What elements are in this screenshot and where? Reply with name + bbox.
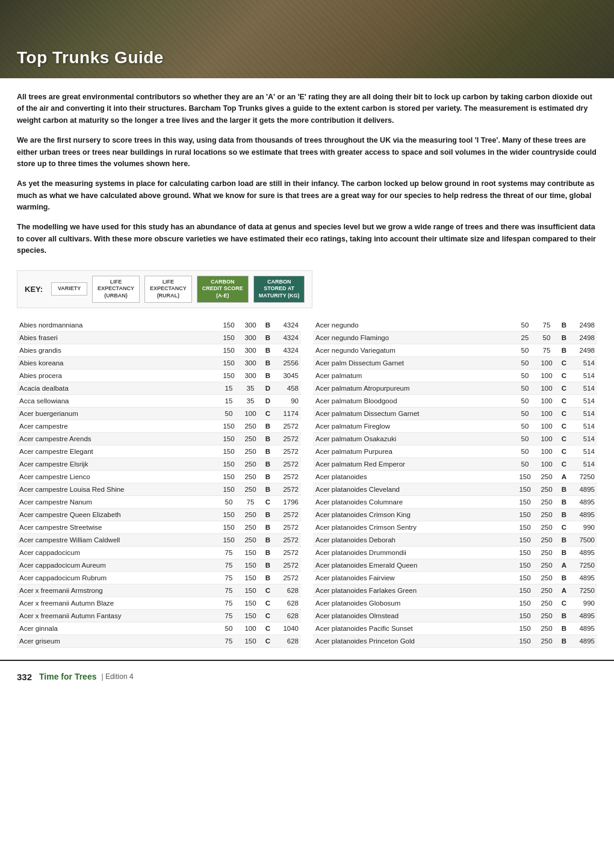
- cell-name: Acer x freemanii Autumn Fantasy: [17, 609, 218, 622]
- cell-name: Acer platanoides Olmstead: [313, 609, 514, 622]
- cell-grade: B: [261, 546, 274, 559]
- cell-carbon: 7500: [571, 533, 597, 546]
- cell-carbon: 2572: [274, 445, 301, 457]
- cell-carbon: 2572: [274, 420, 301, 432]
- cell-grade: B: [261, 571, 274, 584]
- cell-rural: 300: [240, 356, 261, 369]
- cell-name: Acer griseum: [17, 634, 218, 647]
- cell-rural: 250: [240, 508, 261, 521]
- table-row: Abies fraseri 150 300 B 4324: [17, 331, 301, 344]
- cell-grade: B: [557, 533, 571, 546]
- cell-grade: B: [261, 470, 274, 483]
- table-row: Acer negundo Flamingo 25 50 B 2498: [313, 331, 597, 344]
- table-row: Acer palmatum 50 100 C 514: [313, 369, 597, 382]
- key-box-carbon-stored: CARBONSTORED ATMATURITY (KG): [253, 276, 305, 303]
- cell-name: Acer cappadocicum Aureum: [17, 559, 218, 571]
- cell-rural: 100: [536, 382, 557, 394]
- cell-urban: 150: [218, 457, 240, 470]
- table-row: Acer palmatum Atropurpureum 50 100 C 514: [313, 382, 597, 394]
- cell-urban: 50: [514, 344, 536, 356]
- cell-carbon: 628: [274, 609, 301, 622]
- cell-carbon: 4895: [571, 609, 597, 622]
- cell-grade: A: [557, 470, 571, 483]
- cell-urban: 25: [514, 331, 536, 344]
- cell-grade: B: [557, 571, 571, 584]
- cell-rural: 150: [240, 584, 261, 597]
- cell-carbon: 628: [274, 597, 301, 609]
- cell-name: Acer palmatum Fireglow: [313, 420, 514, 432]
- table-row: Acer palmatum Purpurea 50 100 C 514: [313, 445, 597, 457]
- table-row: Acer campestre 150 250 B 2572: [17, 420, 301, 432]
- cell-urban: 50: [218, 407, 240, 420]
- cell-rural: 250: [240, 420, 261, 432]
- cell-urban: 150: [218, 483, 240, 495]
- cell-carbon: 90: [274, 394, 301, 407]
- cell-grade: C: [261, 609, 274, 622]
- cell-urban: 50: [514, 407, 536, 420]
- cell-grade: C: [557, 445, 571, 457]
- cell-rural: 250: [536, 470, 557, 483]
- footer-brand: Time for Trees: [39, 672, 96, 681]
- table-row: Acer campestre Nanum 50 75 C 1796: [17, 495, 301, 508]
- cell-urban: 50: [218, 622, 240, 634]
- cell-urban: 50: [514, 457, 536, 470]
- cell-name: Abies grandis: [17, 344, 218, 356]
- cell-grade: C: [557, 356, 571, 369]
- cell-grade: B: [261, 344, 274, 356]
- cell-urban: 75: [218, 609, 240, 622]
- cell-carbon: 990: [571, 521, 597, 533]
- cell-carbon: 2572: [274, 559, 301, 571]
- cell-name: Abies koreana: [17, 356, 218, 369]
- cell-grade: B: [261, 432, 274, 445]
- table-row: Acer platanoides Drummondii 150 250 B 48…: [313, 546, 597, 559]
- cell-grade: B: [261, 445, 274, 457]
- cell-name: Acer campestre Streetwise: [17, 521, 218, 533]
- table-row: Acer platanoides Crimson Sentry 150 250 …: [313, 521, 597, 533]
- cell-urban: 75: [218, 634, 240, 647]
- cell-grade: C: [557, 432, 571, 445]
- cell-grade: B: [557, 495, 571, 508]
- cell-name: Acer negundo Flamingo: [313, 331, 514, 344]
- cell-urban: 75: [218, 584, 240, 597]
- cell-rural: 250: [536, 571, 557, 584]
- cell-rural: 250: [240, 533, 261, 546]
- cell-carbon: 1174: [274, 407, 301, 420]
- cell-urban: 150: [218, 521, 240, 533]
- cell-grade: B: [261, 508, 274, 521]
- table-row: Acer campestre William Caldwell 150 250 …: [17, 533, 301, 546]
- cell-name: Acer palmatum Purpurea: [313, 445, 514, 457]
- cell-rural: 75: [536, 344, 557, 356]
- cell-carbon: 514: [571, 369, 597, 382]
- table-row: Abies koreana 150 300 B 2556: [17, 356, 301, 369]
- cell-grade: C: [557, 407, 571, 420]
- table-row: Acer palmatum Bloodgood 50 100 C 514: [313, 394, 597, 407]
- table-row: Acer x freemanii Armstrong 75 150 C 628: [17, 584, 301, 597]
- footer: 332 Time for Trees | Edition 4: [0, 660, 614, 693]
- cell-name: Acer platanoides Farlakes Green: [313, 584, 514, 597]
- cell-urban: 150: [218, 445, 240, 457]
- cell-rural: 250: [536, 533, 557, 546]
- cell-carbon: 2498: [571, 331, 597, 344]
- cell-rural: 300: [240, 331, 261, 344]
- cell-grade: B: [261, 356, 274, 369]
- cell-rural: 150: [240, 597, 261, 609]
- cell-urban: 150: [514, 533, 536, 546]
- cell-urban: 150: [514, 634, 536, 647]
- cell-urban: 150: [218, 344, 240, 356]
- cell-urban: 50: [514, 369, 536, 382]
- cell-carbon: 1040: [274, 622, 301, 634]
- cell-urban: 150: [218, 369, 240, 382]
- cell-urban: 75: [218, 559, 240, 571]
- table-row: Acer palmatum Red Emperor 50 100 C 514: [313, 457, 597, 470]
- cell-carbon: 4895: [571, 495, 597, 508]
- cell-name: Acer negundo Variegatum: [313, 344, 514, 356]
- cell-carbon: 7250: [571, 559, 597, 571]
- table-row: Acer cappadocicum Aureum 75 150 B 2572: [17, 559, 301, 571]
- footer-edition: | Edition 4: [101, 672, 133, 681]
- cell-name: Acacia dealbata: [17, 382, 218, 394]
- footer-page-number: 332: [17, 672, 32, 682]
- cell-name: Acer campestre Elegant: [17, 445, 218, 457]
- table-row: Abies grandis 150 300 B 4324: [17, 344, 301, 356]
- cell-name: Acer campestre: [17, 420, 218, 432]
- cell-name: Acer cappadocicum Rubrum: [17, 571, 218, 584]
